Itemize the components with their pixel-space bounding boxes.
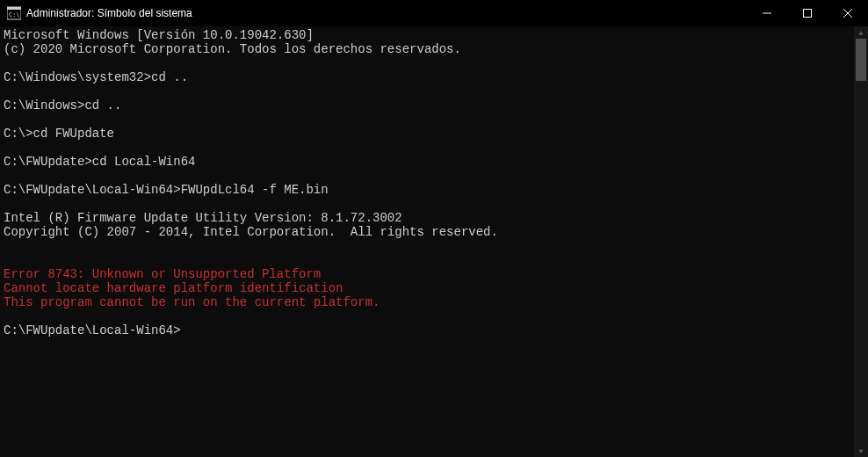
terminal-output[interactable]: Microsoft Windows [Versión 10.0.19042.63… (0, 26, 854, 457)
terminal-area: Microsoft Windows [Versión 10.0.19042.63… (0, 26, 868, 457)
terminal-line (4, 197, 850, 211)
scroll-down-arrow[interactable]: ▼ (854, 445, 868, 457)
minimize-button[interactable] (747, 0, 787, 26)
terminal-line: Copyright (C) 2007 - 2014, Intel Corpora… (4, 225, 850, 239)
terminal-error-line: Cannot locate hardware platform identifi… (4, 281, 850, 295)
maximize-button[interactable] (787, 0, 828, 26)
cmd-icon: C:\ (7, 6, 21, 20)
terminal-prompt-line[interactable]: C:\FWUpdate\Local-Win64> (4, 323, 850, 337)
terminal-line: C:\>cd FWUpdate (4, 127, 850, 141)
terminal-line: C:\Windows\system32>cd .. (4, 70, 850, 84)
terminal-line (4, 169, 850, 183)
terminal-line (4, 141, 850, 155)
scrollbar-thumb[interactable] (856, 39, 866, 81)
terminal-line (4, 253, 850, 267)
terminal-line: Microsoft Windows [Versión 10.0.19042.63… (4, 28, 850, 42)
window-title: Administrador: Símbolo del sistema (26, 7, 747, 19)
terminal-error-line: This program cannot be run on the curren… (4, 295, 850, 309)
terminal-line: Intel (R) Firmware Update Utility Versio… (4, 211, 850, 225)
terminal-line (4, 84, 850, 98)
vertical-scrollbar[interactable]: ▲ ▼ (854, 26, 868, 457)
svg-rect-1 (7, 7, 21, 10)
terminal-line: (c) 2020 Microsoft Corporation. Todos lo… (4, 42, 850, 56)
terminal-line (4, 56, 850, 70)
terminal-line: C:\FWUpdate\Local-Win64>FWUpdLcl64 -f ME… (4, 183, 850, 197)
terminal-line (4, 309, 850, 323)
close-button[interactable] (828, 0, 868, 26)
terminal-line: C:\FWUpdate>cd Local-Win64 (4, 155, 850, 169)
svg-rect-4 (804, 10, 812, 18)
cmd-window: C:\ Administrador: Símbolo del sistema M… (0, 0, 868, 457)
terminal-line: C:\Windows>cd .. (4, 98, 850, 112)
titlebar[interactable]: C:\ Administrador: Símbolo del sistema (0, 0, 868, 26)
terminal-line (4, 112, 850, 127)
terminal-prompt: C:\FWUpdate\Local-Win64> (4, 323, 181, 337)
terminal-line (4, 239, 850, 253)
window-controls (747, 0, 868, 26)
svg-text:C:\: C:\ (9, 11, 20, 18)
terminal-error-line: Error 8743: Unknown or Unsupported Platf… (4, 267, 850, 281)
scroll-up-arrow[interactable]: ▲ (854, 26, 868, 39)
